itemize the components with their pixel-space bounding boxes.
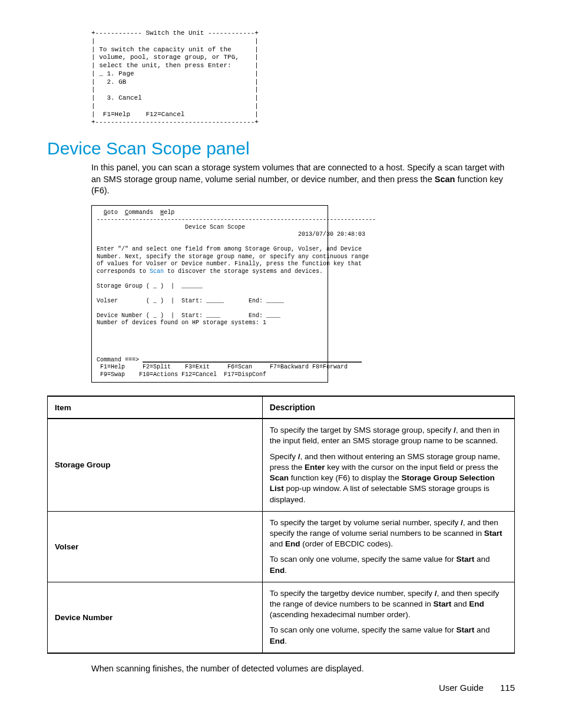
row-desc-storage-group: To specify the target by SMS storage gro… [262, 419, 514, 511]
screen-fkeys-1: F1=Help F2=Split F3=Exit F6=Scan F7=Back… [97, 364, 348, 370]
page-footer: User Guide 115 [439, 683, 515, 693]
screen-divider: ----------------------------------------… [97, 216, 376, 223]
menu-bar: Goto Commands Help [97, 209, 174, 216]
screen-command-line: Command ===> ___________________________… [97, 357, 362, 363]
intro-scan-bold: Scan [435, 174, 455, 184]
screen-instr-1: Enter "/" and select one field from amon… [97, 246, 362, 252]
col-header-description: Description [262, 396, 514, 419]
col-header-item: Item [48, 396, 263, 419]
row-desc-device-number: To specify the targetby device number, s… [262, 582, 514, 653]
screen-row-device-number: Device Number ( _ ) | Start: ____ End: _… [97, 312, 280, 319]
table-row: Device Number To specify the targetby de… [48, 582, 515, 653]
row-item-volser: Volser [48, 511, 263, 582]
screen-title: Device Scan Scope [97, 224, 245, 230]
screen-row-found: Number of devices found on HP storage sy… [97, 319, 266, 326]
row-desc-volser: To specify the target by volume serial n… [262, 511, 514, 582]
row-item-device-number: Device Number [48, 582, 263, 653]
footer-page-number: 115 [500, 683, 515, 693]
row-item-storage-group: Storage Group [48, 419, 263, 511]
intro-paragraph: In this panel, you can scan a storage sy… [91, 162, 515, 197]
footer-label: User Guide [439, 683, 484, 693]
screen-instr-3: of values for Volser or Device number. F… [97, 261, 362, 267]
table-row: Volser To specify the target by volume s… [48, 511, 515, 582]
device-scan-scope-screen: Goto Commands Help ---------------------… [91, 205, 328, 383]
section-heading: Device Scan Scope panel [47, 139, 515, 159]
switch-unit-block: +------------ Switch the Unit ----------… [91, 29, 515, 127]
screen-fkeys-2: F9=Swap F10=Actions F12=Cancel F17=DispC… [97, 371, 266, 378]
screen-row-storage-group: Storage Group ( _ ) | ______ [97, 283, 203, 289]
table-row: Storage Group To specify the target by S… [48, 419, 515, 511]
screen-timestamp: 2013/07/30 20:48:03 [97, 231, 365, 238]
screen-row-volser: Volser ( _ ) | Start: _____ End: _____ [97, 298, 284, 304]
screen-instr-2: Number. Next, specify the storage group … [97, 253, 369, 260]
description-table: Item Description Storage Group To specif… [47, 396, 515, 654]
closing-paragraph: When scanning finishes, the number of de… [91, 663, 515, 675]
screen-instr-4: corresponds to Scan to discover the stor… [97, 268, 323, 275]
